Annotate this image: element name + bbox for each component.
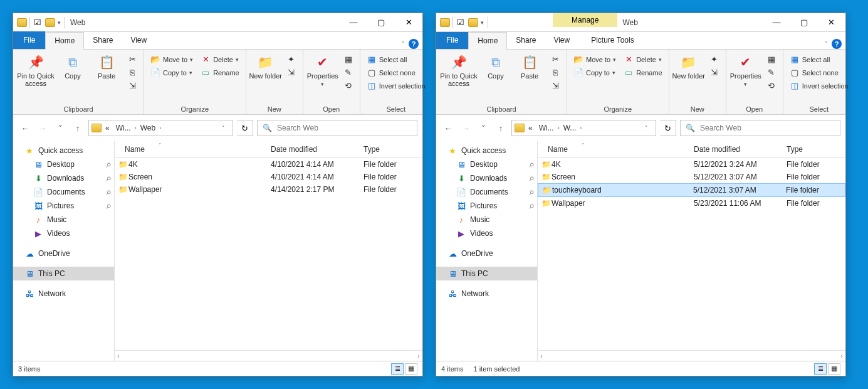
ribbon-collapse-icon[interactable]: ˅ [825,41,828,47]
sidebar-item-downloads[interactable]: ⬇Downloads⚲ [436,171,537,185]
copy-to-button[interactable]: 📄Copy to▾ [571,67,619,78]
col-name[interactable]: Name [540,145,694,154]
cut-button[interactable]: ✂ [548,53,563,65]
refresh-button[interactable]: ↻ [237,120,253,136]
list-item[interactable]: 📁4K5/12/2021 3:24 AMFile folder [538,158,845,171]
qat-properties-icon[interactable]: ☑ [33,18,43,28]
copy-path-button[interactable]: ⎘ [125,67,140,78]
tab-view[interactable]: View [545,31,578,49]
sidebar-quick-access[interactable]: ★Quick access [13,144,114,157]
list-item[interactable]: 📁Screen4/10/2021 4:14 AMFile folder [115,171,422,183]
invert-selection-button[interactable]: ◫Invert selection [364,80,428,92]
properties-button[interactable]: ✔ Properties ▾ [729,52,763,87]
new-item-button[interactable]: ✦ [284,53,299,65]
delete-button[interactable]: ✕Delete▾ [198,53,242,65]
move-to-button[interactable]: 📂Move to▾ [571,53,619,65]
maximize-button[interactable]: ▢ [367,14,395,31]
copy-path-button[interactable]: ⎘ [548,67,563,78]
sidebar-this-pc[interactable]: 🖥This PC [436,267,537,280]
close-button[interactable]: ✕ [395,14,422,31]
sidebar-item-videos[interactable]: ▶Videos [13,226,114,240]
col-date[interactable]: Date modified [694,145,787,154]
rename-button[interactable]: ▭Rename [198,67,242,78]
qat-customize-icon[interactable]: ▾ [481,19,484,26]
thumbnails-view-button[interactable]: ▦ [828,363,840,375]
open-button[interactable]: ▦ [764,53,779,65]
ribbon-collapse-icon[interactable]: ˅ [402,41,405,47]
sidebar-this-pc[interactable]: 🖥This PC [13,267,114,280]
paste-shortcut-button[interactable]: ⇲ [548,80,563,92]
easy-access-button[interactable]: ⇲ [284,67,299,78]
select-all-button[interactable]: ▦Select all [787,53,851,65]
sidebar-network[interactable]: 🖧Network [13,287,114,301]
qat-new-folder-icon[interactable] [468,18,478,27]
easy-access-button[interactable]: ⇲ [707,67,722,78]
list-item[interactable]: 📁touchkeyboard5/12/2021 3:07 AMFile fold… [538,183,845,197]
copy-button[interactable]: ⧉ Copy [56,52,90,80]
paste-button[interactable]: 📋 Paste [513,52,546,80]
tab-file[interactable]: File [13,31,45,49]
tab-share[interactable]: Share [84,31,122,49]
address-bar[interactable]: « Wi... › W... › ˅ [511,120,656,136]
move-to-button[interactable]: 📂Move to▾ [148,53,196,65]
qat-new-folder-icon[interactable] [45,18,55,27]
column-headers[interactable]: ˄ Name Date modified Type [538,141,845,158]
search-input[interactable]: 🔍 Search Web [680,120,840,136]
list-item[interactable]: 📁4K4/10/2021 4:14 AMFile folder [115,158,422,171]
address-bar[interactable]: « Wi... › Web › ˅ [88,120,233,136]
forward-button[interactable]: → [459,121,473,135]
new-item-button[interactable]: ✦ [707,53,722,65]
sidebar-item-music[interactable]: ♪Music [436,213,537,226]
tab-home[interactable]: Home [468,32,507,50]
select-all-button[interactable]: ▦Select all [364,53,428,65]
sidebar-item-pictures[interactable]: 🖼Pictures⚲ [436,199,537,213]
history-button[interactable]: ⟲ [341,80,356,92]
sidebar-item-desktop[interactable]: 🖥Desktop⚲ [436,157,537,171]
sidebar-network[interactable]: 🖧Network [436,287,537,301]
sidebar-item-videos[interactable]: ▶Videos [436,226,537,240]
maximize-button[interactable]: ▢ [790,14,818,31]
tab-picture-tools[interactable]: Picture Tools [582,31,642,49]
select-none-button[interactable]: ▢Select none [787,67,851,78]
help-icon[interactable]: ? [409,39,419,49]
qat-properties-icon[interactable]: ☑ [456,18,466,28]
address-dropdown-icon[interactable]: ˅ [639,125,653,131]
history-dropdown[interactable]: ˅ [53,121,67,135]
tab-view[interactable]: View [122,31,155,49]
sidebar-item-music[interactable]: ♪Music [13,213,114,226]
rename-button[interactable]: ▭Rename [621,67,665,78]
sidebar-onedrive[interactable]: ☁OneDrive [13,247,114,260]
minimize-button[interactable]: — [340,14,367,31]
col-date[interactable]: Date modified [271,145,363,154]
edit-button[interactable]: ✎ [341,67,356,78]
col-type[interactable]: Type [787,145,843,154]
list-item[interactable]: 📁Screen5/12/2021 3:07 AMFile folder [538,171,845,183]
cut-button[interactable]: ✂ [125,53,140,65]
paste-shortcut-button[interactable]: ⇲ [125,80,140,92]
sidebar-item-pictures[interactable]: 🖼Pictures⚲ [13,199,114,213]
sidebar-item-desktop[interactable]: 🖥Desktop⚲ [13,157,114,171]
back-button[interactable]: ← [18,121,32,135]
refresh-button[interactable]: ↻ [660,120,676,136]
details-view-button[interactable]: ≣ [814,363,827,375]
properties-button[interactable]: ✔ Properties ▾ [306,52,340,87]
column-headers[interactable]: ˄ Name Date modified Type [115,141,422,158]
new-folder-button[interactable]: 📁 New folder [672,52,706,80]
list-item[interactable]: 📁Wallpaper5/23/2021 11:06 AMFile folder [538,197,845,210]
tab-home[interactable]: Home [45,32,84,50]
close-button[interactable]: ✕ [818,14,845,31]
sidebar-onedrive[interactable]: ☁OneDrive [436,247,537,260]
contextual-tab-header[interactable]: Manage [553,13,617,27]
back-button[interactable]: ← [441,121,455,135]
history-dropdown[interactable]: ˅ [476,121,490,135]
search-input[interactable]: 🔍 Search Web [257,120,417,136]
new-folder-button[interactable]: 📁 New folder [249,52,283,80]
horizontal-scrollbar[interactable]: ‹› [115,350,422,361]
sidebar-item-downloads[interactable]: ⬇Downloads⚲ [13,171,114,185]
pin-quick-access-button[interactable]: 📌 Pin to Quick access [16,52,56,87]
paste-button[interactable]: 📋 Paste [90,52,123,80]
sidebar-quick-access[interactable]: ★Quick access [436,144,537,157]
delete-button[interactable]: ✕Delete▾ [621,53,665,65]
list-item[interactable]: 📁Wallpaper4/14/2021 2:17 PMFile folder [115,183,422,196]
tab-file[interactable]: File [436,31,468,49]
